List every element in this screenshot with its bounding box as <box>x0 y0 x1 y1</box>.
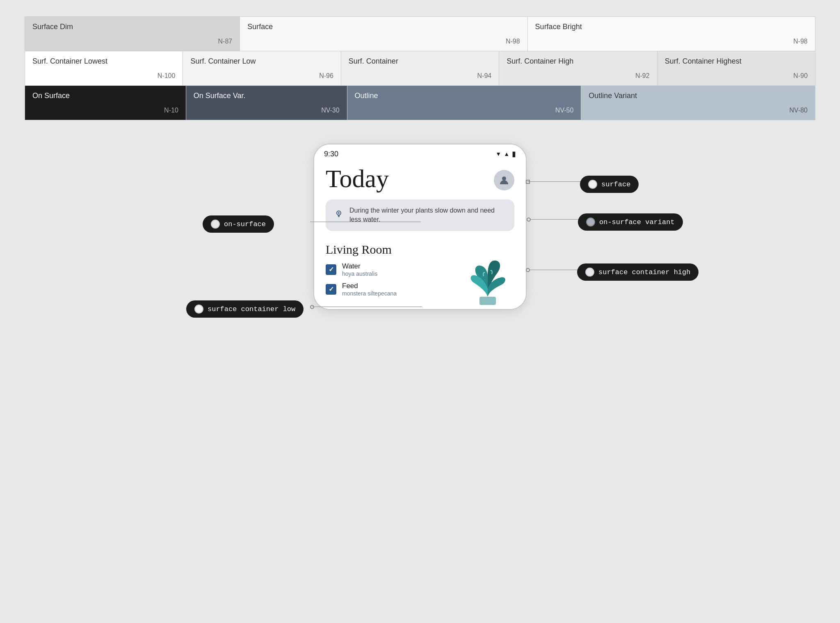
annotation-line-on-surface-var <box>530 219 579 220</box>
battery-icon <box>512 149 516 158</box>
sc-lowest-code: N-100 <box>32 72 175 80</box>
sc-label: Surf. Container <box>349 57 491 66</box>
annotation-surface: surface <box>580 176 639 193</box>
annotation-sc-low-text: surface container low <box>208 305 295 313</box>
annotation-sc-low: surface container low <box>186 300 304 318</box>
outline-label: Outline <box>355 92 574 100</box>
phone-frame: 9:30 Today <box>313 144 527 310</box>
avatar-icon <box>498 174 510 186</box>
palette-cell-outline: Outline NV-50 <box>347 86 582 120</box>
palette-cell-on-surface-var: On Surface Var. NV-30 <box>186 86 347 120</box>
sc-highest-label: Surf. Container Highest <box>665 57 808 66</box>
on-surface-label: On Surface <box>32 92 178 100</box>
lightbulb-icon <box>334 209 344 219</box>
svg-point-0 <box>502 176 506 181</box>
annotation-dot-on-surface-var <box>586 218 595 227</box>
palette-section: Surface Dim N-87 Surface N-98 Surface Br… <box>25 16 815 120</box>
on-surface-var-label: On Surface Var. <box>194 92 340 100</box>
task-checkbox-water[interactable] <box>326 264 336 275</box>
phone-avatar[interactable] <box>494 170 514 190</box>
surface-bright-code: N-98 <box>535 38 808 45</box>
palette-cell-sc-low: Surf. Container Low N-96 <box>183 51 341 85</box>
surface-code: N-98 <box>247 38 520 45</box>
annotation-line-on-surface <box>310 222 421 222</box>
svg-point-2 <box>338 212 340 214</box>
connector-dot-sc-high <box>526 268 530 272</box>
annotation-line-sc-low <box>312 307 422 307</box>
outline-variant-code: NV-80 <box>589 107 808 114</box>
palette-cell-on-surface: On Surface N-10 <box>25 86 186 120</box>
annotation-on-surface-pill: on-surface <box>203 215 274 233</box>
annotation-dot-on-surface <box>211 220 220 229</box>
annotation-dot-surface <box>588 180 597 189</box>
phone-status-bar: 9:30 <box>314 144 526 162</box>
palette-cell-sc-high: Surf. Container High N-92 <box>499 51 657 85</box>
annotation-sc-high-text: surface container high <box>598 268 690 276</box>
surface-dim-label: Surface Dim <box>32 23 232 31</box>
outline-code: NV-50 <box>355 107 574 114</box>
phone-status-icons <box>495 149 516 158</box>
palette-row-2: Surf. Container Lowest N-100 Surf. Conta… <box>25 51 815 86</box>
sc-low-code: N-96 <box>190 72 333 80</box>
sc-code: N-94 <box>349 72 491 80</box>
svg-rect-3 <box>479 297 496 305</box>
task-name-feed: Feed <box>342 282 397 290</box>
task-list: Water hoya australis Feed monstera silte… <box>326 262 514 297</box>
phone-title: Today <box>326 166 389 191</box>
palette-cell-surface-dim: Surface Dim N-87 <box>25 17 240 51</box>
connector-dot-sc-low <box>310 305 314 309</box>
demo-area: 9:30 Today <box>0 131 840 607</box>
connector-dot-on-surface-var <box>527 218 531 222</box>
connector-dot-surface <box>526 180 530 184</box>
annotation-line-surface <box>527 181 581 182</box>
on-surface-var-code: NV-30 <box>194 107 340 114</box>
palette-cell-surface-bright: Surface Bright N-98 <box>528 17 815 51</box>
annotation-dot-sc-high <box>585 268 594 277</box>
palette-cell-sc: Surf. Container N-94 <box>341 51 499 85</box>
sc-high-label: Surf. Container High <box>507 57 649 66</box>
palette-row-3: On Surface N-10 On Surface Var. NV-30 Ou… <box>25 86 815 120</box>
wifi-icon <box>495 150 501 158</box>
task-text-feed: Feed monstera siltepecana <box>342 282 397 297</box>
signal-icon <box>504 150 509 158</box>
task-name-water: Water <box>342 262 377 270</box>
phone-content: Today <box>314 162 526 309</box>
task-sub-water: hoya australis <box>342 270 377 277</box>
bulb-icon <box>334 209 344 221</box>
sc-lowest-label: Surf. Container Lowest <box>32 57 175 66</box>
task-text-water: Water hoya australis <box>342 262 377 277</box>
outline-variant-label: Outline Variant <box>589 92 808 100</box>
surface-bright-label: Surface Bright <box>535 23 808 31</box>
annotation-line-sc-high <box>529 270 578 270</box>
palette-cell-outline-variant: Outline Variant NV-80 <box>581 86 815 120</box>
phone-header-row: Today <box>326 166 514 191</box>
surface-dim-code: N-87 <box>32 38 232 45</box>
annotation-dot-sc-low <box>194 305 203 314</box>
palette-cell-sc-lowest: Surf. Container Lowest N-100 <box>25 51 183 85</box>
sc-low-label: Surf. Container Low <box>190 57 333 66</box>
phone-mockup: 9:30 Today <box>313 144 527 310</box>
plant-illustration <box>461 243 510 301</box>
sc-highest-code: N-90 <box>665 72 808 80</box>
palette-cell-surface: Surface N-98 <box>240 17 527 51</box>
annotation-on-surface-text: on-surface <box>224 220 266 228</box>
phone-tip-card: During the winter your plants slow down … <box>326 199 514 231</box>
surface-label: Surface <box>247 23 520 31</box>
on-surface-code: N-10 <box>32 107 178 114</box>
sc-high-code: N-92 <box>507 72 649 80</box>
annotation-surface-text: surface <box>601 181 630 188</box>
annotation-sc-high: surface container high <box>577 263 698 281</box>
task-checkbox-feed[interactable] <box>326 284 336 295</box>
task-sub-feed: monstera siltepecana <box>342 290 397 297</box>
plant-svg <box>461 243 514 309</box>
annotation-on-surface-variant-text: on-surface variant <box>599 218 675 226</box>
phone-time: 9:30 <box>324 150 338 158</box>
palette-row-1: Surface Dim N-87 Surface N-98 Surface Br… <box>25 16 815 51</box>
palette-cell-sc-highest: Surf. Container Highest N-90 <box>657 51 815 85</box>
annotation-on-surface-variant: on-surface variant <box>578 213 683 231</box>
